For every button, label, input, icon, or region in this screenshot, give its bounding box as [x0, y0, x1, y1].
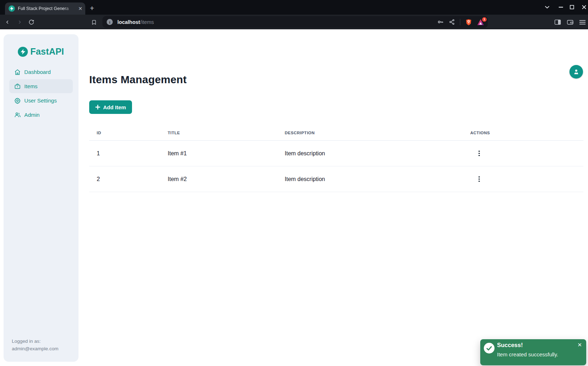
rewards-badge: 1	[482, 17, 487, 22]
window-close-button[interactable]	[579, 3, 588, 11]
menu-hamburger-icon[interactable]	[578, 17, 587, 27]
home-icon	[14, 69, 21, 75]
add-item-button[interactable]: Add Item	[89, 100, 132, 114]
toast-close-icon[interactable]: ✕	[577, 342, 582, 347]
site-info-icon[interactable]: i	[107, 19, 113, 25]
logged-in-email: admin@example.com	[12, 345, 59, 352]
sidebar-item-admin[interactable]: Admin	[9, 108, 73, 122]
plus-icon	[95, 105, 100, 110]
user-icon	[573, 68, 580, 75]
brave-shield-icon[interactable]	[465, 19, 472, 26]
logged-in-footer: Logged in as: admin@example.com	[12, 337, 59, 352]
sidebar-item-label: Items	[24, 83, 37, 89]
users-icon	[14, 112, 21, 118]
cell-id: 1	[89, 150, 168, 157]
page-title: Items Management	[89, 74, 187, 86]
key-icon[interactable]	[437, 19, 444, 25]
toast-message: Item created successfully.	[497, 351, 558, 357]
browser-tab-strip: Full Stack Project Genera ✕ +	[0, 0, 588, 15]
items-table: ID TITLE DESCRIPTION ACTIONS 1 Item #1 I…	[89, 125, 583, 192]
table-header-row: ID TITLE DESCRIPTION ACTIONS	[89, 125, 583, 141]
briefcase-icon	[14, 83, 21, 90]
tab-search-chevron-icon[interactable]	[542, 3, 552, 11]
cell-id: 2	[89, 176, 168, 182]
bookmark-icon[interactable]	[89, 17, 98, 27]
url-host: localhost	[117, 19, 140, 25]
column-header-actions: ACTIONS	[470, 131, 583, 135]
address-bar[interactable]: i localhost/items 1	[102, 16, 488, 28]
tab-close-icon[interactable]: ✕	[78, 6, 82, 11]
brave-rewards-icon[interactable]: 1	[477, 19, 484, 25]
check-circle-icon	[484, 343, 495, 354]
cell-description: Item description	[285, 150, 470, 157]
toast-title: Success!	[497, 342, 523, 349]
add-item-label: Add Item	[103, 104, 126, 110]
fastapi-bolt-icon	[18, 47, 28, 57]
toolbar-divider	[460, 19, 460, 25]
reload-button[interactable]	[27, 17, 36, 27]
sidebar-nav: Dashboard Items User Settings Admin	[9, 65, 73, 122]
brand-name: FastAPI	[30, 46, 64, 57]
gear-icon	[14, 97, 21, 104]
sidebar: FastAPI Dashboard Items User Settings	[4, 34, 78, 362]
column-header-id: ID	[89, 131, 168, 135]
page-content: FastAPI Dashboard Items User Settings	[0, 29, 588, 366]
url-text[interactable]: localhost/items	[117, 19, 154, 25]
column-header-title: TITLE	[168, 131, 285, 135]
column-header-description: DESCRIPTION	[285, 131, 470, 135]
browser-tab[interactable]: Full Stack Project Genera ✕	[5, 2, 85, 15]
sidebar-item-user-settings[interactable]: User Settings	[9, 94, 73, 107]
sidebar-item-label: User Settings	[24, 97, 57, 104]
table-row: 2 Item #2 Item description	[89, 166, 583, 192]
sidebar-item-dashboard[interactable]: Dashboard	[9, 65, 73, 79]
logged-in-label: Logged in as:	[12, 337, 59, 345]
brand-logo: FastAPI	[18, 46, 64, 57]
url-path: /items	[140, 19, 154, 25]
new-tab-button[interactable]: +	[87, 3, 97, 14]
forward-button[interactable]	[15, 17, 24, 27]
cell-title: Item #2	[168, 176, 285, 182]
sidebar-panel-icon[interactable]	[553, 17, 562, 27]
fastapi-favicon-icon	[9, 5, 15, 12]
wallet-icon[interactable]	[566, 17, 575, 27]
window-minimize-button[interactable]	[556, 3, 566, 11]
share-icon[interactable]	[449, 19, 455, 25]
sidebar-item-label: Admin	[24, 112, 40, 118]
table-row: 1 Item #1 Item description	[89, 141, 583, 166]
user-avatar-button[interactable]	[569, 65, 583, 79]
window-maximize-button[interactable]	[567, 3, 577, 11]
success-toast: Success! Item created successfully. ✕	[480, 339, 586, 365]
sidebar-item-label: Dashboard	[24, 69, 51, 75]
cell-description: Item description	[285, 176, 470, 182]
row-actions-kebab-icon[interactable]	[475, 175, 484, 184]
tab-title: Full Stack Project Genera	[18, 6, 74, 11]
row-actions-kebab-icon[interactable]	[475, 149, 484, 158]
back-button[interactable]	[3, 17, 12, 27]
sidebar-item-items[interactable]: Items	[9, 79, 73, 93]
cell-title: Item #1	[168, 150, 285, 157]
